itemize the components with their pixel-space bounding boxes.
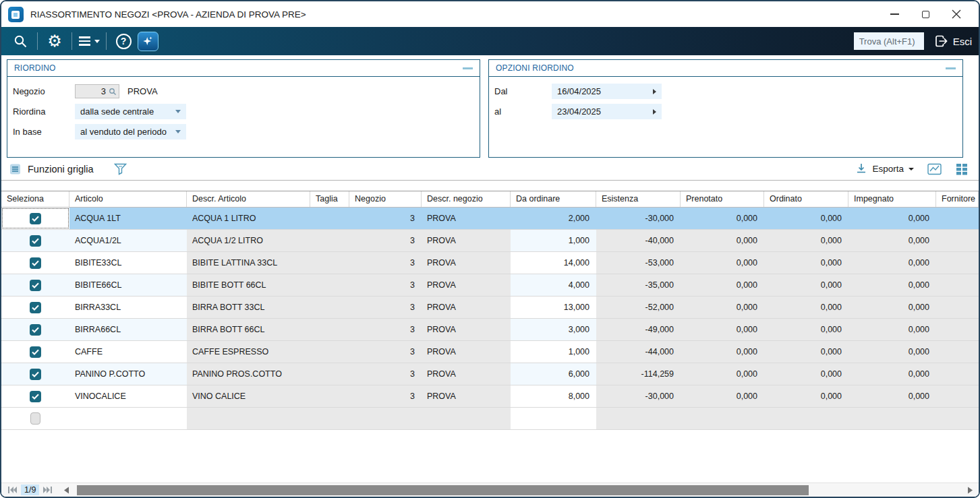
panel-title: OPZIONI RIORDINO: [496, 63, 574, 73]
grid-functions-button[interactable]: Funzioni griglia: [9, 163, 94, 175]
exit-button[interactable]: Esci: [933, 34, 972, 49]
row-checkbox[interactable]: [30, 324, 41, 336]
column-header-seleziona[interactable]: Seleziona: [1, 191, 69, 207]
table-row[interactable]: PANINO P.COTTOPANINO PROS.COTTO3PROVA6,0…: [1, 363, 979, 385]
toolbar-separator: [106, 32, 107, 50]
negozio-input[interactable]: 3: [75, 84, 119, 98]
cell-impegnato: 0,000: [848, 252, 936, 274]
cell-articolo[interactable]: BIRRA66CL: [69, 319, 187, 340]
al-date-field[interactable]: 23/04/2025: [552, 104, 662, 119]
cell-da-ordinare[interactable]: 14,000: [511, 252, 596, 274]
cell-da-ordinare[interactable]: 2,000: [511, 208, 596, 229]
scroll-right-button[interactable]: [961, 487, 979, 494]
chart-button[interactable]: [927, 163, 942, 175]
cell-seleziona: [1, 341, 69, 363]
cell-articolo[interactable]: ACQUA 1LT: [69, 208, 187, 229]
column-header-impegnato[interactable]: Impegnato: [848, 191, 936, 207]
cell-articolo[interactable]: BIBITE33CL: [69, 252, 187, 274]
settings-button[interactable]: ⚙: [42, 30, 67, 52]
cell-articolo[interactable]: [69, 408, 187, 429]
row-checkbox[interactable]: [30, 280, 41, 291]
table-row-empty[interactable]: [1, 408, 979, 430]
column-header-articolo[interactable]: Articolo: [69, 191, 187, 207]
close-button[interactable]: [941, 4, 972, 24]
cell-articolo[interactable]: BIBITE66CL: [69, 274, 187, 296]
help-icon: ?: [116, 34, 132, 49]
row-checkbox[interactable]: [30, 391, 41, 402]
collapse-panel-button[interactable]: [463, 67, 473, 69]
table-row[interactable]: ACQUA 1LTACQUA 1 LITRO3PROVA2,000-30,000…: [1, 208, 979, 230]
collapse-panel-button[interactable]: [946, 67, 956, 69]
row-checkbox[interactable]: [30, 302, 41, 313]
row-checkbox[interactable]: [30, 346, 41, 358]
cell-da-ordinare[interactable]: 3,000: [511, 319, 596, 340]
minimize-icon: [890, 13, 899, 15]
last-page-button[interactable]: [41, 483, 55, 497]
cell-fornitore: [936, 341, 979, 363]
table-row[interactable]: BIRRA33CLBIRRA BOTT 33CL3PROVA13,000-52,…: [1, 297, 979, 319]
riordina-select[interactable]: dalla sede centrale: [75, 104, 186, 119]
dal-label: Dal: [494, 86, 552, 96]
horizontal-scrollbar[interactable]: [76, 483, 961, 497]
scrollbar-thumb[interactable]: [77, 485, 809, 495]
cell-da-ordinare[interactable]: 4,000: [511, 274, 596, 296]
cell-articolo[interactable]: ACQUA1/2L: [69, 230, 187, 251]
sparkle-icon: [138, 32, 158, 51]
column-header-da-ordinare[interactable]: Da ordinare: [511, 191, 596, 207]
status-bar: 1/9: [1, 483, 979, 497]
row-checkbox[interactable]: [30, 412, 40, 425]
export-button[interactable]: Esporta: [855, 163, 914, 175]
row-checkbox[interactable]: [30, 369, 41, 380]
cell-articolo[interactable]: CAFFE: [69, 341, 187, 363]
inbase-select[interactable]: al venduto del periodo: [75, 124, 186, 139]
cell-prenotato: 0,000: [681, 274, 764, 296]
dal-date-field[interactable]: 16/04/2025: [552, 84, 662, 99]
search-button[interactable]: [8, 30, 32, 52]
column-header-esistenza[interactable]: Esistenza: [596, 191, 681, 207]
download-icon: [855, 163, 867, 175]
cell-da-ordinare[interactable]: 1,000: [511, 341, 596, 363]
cell-articolo[interactable]: BIRRA33CL: [69, 297, 187, 318]
layout-grid-button[interactable]: [956, 163, 968, 175]
column-header-descr-negozio[interactable]: Descr. negozio: [422, 191, 511, 207]
column-header-prenotato[interactable]: Prenotato: [681, 191, 764, 207]
cell-taglia: [310, 252, 349, 274]
cell-descr-articolo: BIBITE BOTT 66CL: [187, 274, 310, 296]
cell-esistenza: [596, 408, 681, 429]
column-header-ordinato[interactable]: Ordinato: [764, 191, 848, 207]
table-row[interactable]: ACQUA1/2LACQUA 1/2 LITRO3PROVA1,000-40,0…: [1, 230, 979, 252]
column-header-negozio[interactable]: Negozio: [349, 191, 422, 207]
row-checkbox[interactable]: [30, 257, 41, 269]
table-row[interactable]: BIBITE33CLBIBITE LATTINA 33CL3PROVA14,00…: [1, 252, 979, 274]
row-checkbox[interactable]: [30, 213, 41, 224]
cell-articolo[interactable]: PANINO P.COTTO: [69, 363, 187, 385]
cell-da-ordinare[interactable]: 8,000: [511, 385, 596, 407]
filter-button[interactable]: [114, 163, 127, 175]
table-row[interactable]: BIBITE66CLBIBITE BOTT 66CL3PROVA4,000-35…: [1, 274, 979, 297]
maximize-button[interactable]: [910, 4, 941, 24]
row-checkbox[interactable]: [30, 235, 41, 247]
find-button[interactable]: Trova (Alt+F1): [854, 32, 924, 50]
table-row[interactable]: VINOCALICEVINO CALICE3PROVA8,000-30,0000…: [1, 385, 979, 408]
panel-opzioni-riordino: OPZIONI RIORDINO Dal 16/04/2025 al: [488, 59, 963, 158]
cell-ordinato: 0,000: [764, 208, 848, 229]
cell-da-ordinare[interactable]: 13,000: [511, 297, 596, 318]
cell-da-ordinare[interactable]: 6,000: [511, 363, 596, 385]
first-page-button[interactable]: [5, 483, 19, 497]
cell-da-ordinare[interactable]: [511, 408, 596, 429]
column-header-fornitore[interactable]: Fornitore: [936, 191, 979, 207]
table-row[interactable]: CAFFECAFFE ESPRESSO3PROVA1,000-44,0000,0…: [1, 341, 979, 363]
help-button[interactable]: ?: [111, 30, 136, 52]
cell-articolo[interactable]: VINOCALICE: [69, 385, 187, 407]
cell-descr-negozio: PROVA: [422, 208, 511, 229]
column-header-descr-articolo[interactable]: Descr. Articolo: [187, 191, 310, 207]
ai-assistant-button[interactable]: [136, 30, 160, 52]
export-label: Esporta: [872, 164, 904, 174]
cell-prenotato: 0,000: [681, 319, 764, 340]
minimize-button[interactable]: [879, 4, 910, 24]
column-header-taglia[interactable]: Taglia: [310, 191, 349, 207]
cell-da-ordinare[interactable]: 1,000: [511, 230, 596, 251]
menu-button[interactable]: [77, 30, 101, 52]
scroll-left-button[interactable]: [61, 483, 71, 497]
table-row[interactable]: BIRRA66CLBIRRA BOTT 66CL3PROVA3,000-49,0…: [1, 319, 979, 341]
